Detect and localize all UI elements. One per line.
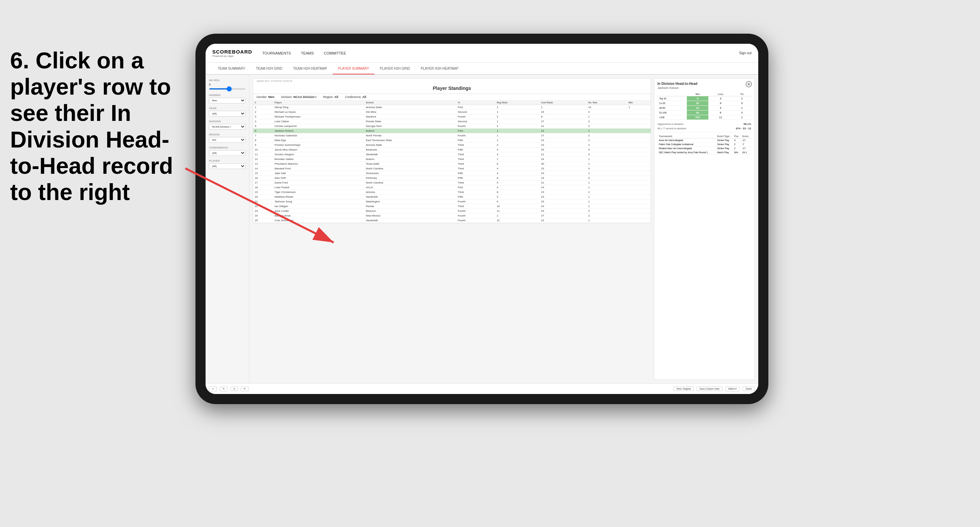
cell-no-rds: 1 xyxy=(587,129,627,133)
h2h-tie: 1 xyxy=(733,106,751,110)
h2h-range: 11-25 xyxy=(657,101,687,106)
table-row[interactable]: 15 Jake Hall Tennessee Fifth 4 24 1 xyxy=(253,171,651,176)
cell-rank: 15 xyxy=(253,171,273,176)
logo-subtitle: Powered by clippi xyxy=(212,54,252,57)
h2h-tie: 1 xyxy=(733,115,751,120)
tab-player-summary[interactable]: PLAYER SUMMARY xyxy=(332,63,374,75)
no-rds-slider[interactable] xyxy=(209,88,246,90)
table-row[interactable]: 16 Alex Goff Kentucky Fifth 8 19 0 xyxy=(253,176,651,181)
division-select[interactable]: NCAA Division I xyxy=(209,124,246,130)
table-row[interactable]: 10 Jacob Mou-Olesen Arkansas Fifth 4 25 … xyxy=(253,148,651,152)
table-row[interactable]: 25 Cole Sherwood Vanderbilt Fourth 12 23… xyxy=(253,218,651,223)
cell-win xyxy=(627,195,651,199)
table-row[interactable]: 24 Bastien Amat New Mexico Fourth 1 27 2 xyxy=(253,213,651,218)
tournament-row: Amer Ari Intercollegiate Stroke Play 4 -… xyxy=(657,138,751,143)
nav-tournaments[interactable]: TOURNAMENTS xyxy=(262,49,291,57)
sidebar-no-rds-label: No Rds. xyxy=(209,79,246,82)
tab-team-summary[interactable]: TEAM SUMMARY xyxy=(212,63,251,75)
table-row[interactable]: 18 Luke Powell UCLA First 4 24 1 xyxy=(253,185,651,190)
panel-title: Player Standings xyxy=(256,86,648,91)
tournament-type: Stroke Play xyxy=(716,146,733,151)
cell-rank: 1 xyxy=(253,105,273,110)
tab-player-h2h-heatmap[interactable]: PLAYER H2H HEATMAP xyxy=(415,63,464,75)
cell-rank: 9 xyxy=(253,143,273,148)
table-row[interactable]: 20 Matthew Riedel Vanderbilt Fifth 4 24 … xyxy=(253,195,651,199)
cell-rank: 8 xyxy=(253,138,273,143)
tab-player-h2h-grid[interactable]: PLAYER H2H GRID xyxy=(374,63,415,75)
filter-region: Region: All xyxy=(323,95,338,98)
cell-conf-rank: 24 xyxy=(539,195,587,199)
table-row[interactable]: 7 Nicholas Gabrelcik North Florida Fourt… xyxy=(253,133,651,138)
redo-button[interactable]: ↻ xyxy=(220,387,228,391)
cell-school: Kentucky xyxy=(364,176,456,181)
cell-conf-rank: 24 xyxy=(539,185,587,190)
gender-select[interactable]: Men Women xyxy=(209,98,246,103)
year-select[interactable]: (All) xyxy=(209,111,246,116)
cell-player: Christo Lamprecht xyxy=(273,124,364,129)
table-row[interactable]: 13 Phichaksn Maichon Texas A&M Third 6 3… xyxy=(253,162,651,166)
share-button[interactable]: Share xyxy=(742,387,755,391)
cell-conf-rank: 24 xyxy=(539,143,587,148)
nav-committee[interactable]: COMMITTEE xyxy=(324,49,346,57)
h2h-range: 51-100 xyxy=(657,110,687,115)
table-row[interactable]: 12 Brendan Valdes Auburn Third 1 24 1 xyxy=(253,157,651,162)
undo-button[interactable]: ↩ xyxy=(209,387,217,391)
sign-out-link[interactable]: Sign out xyxy=(739,51,751,55)
cell-conf-rank: 1 xyxy=(539,105,587,110)
content-area: Update time: 27/03/2024 16:56:26 Player … xyxy=(250,75,758,383)
cell-player: Maxwell Ford xyxy=(273,166,364,171)
cell-no-rds: 0 xyxy=(587,166,627,171)
cell-no-rds: 1 xyxy=(587,218,627,223)
region-select[interactable]: N/a xyxy=(209,137,246,143)
table-row[interactable]: 9 Preston Summerhays Arizona State Third… xyxy=(253,143,651,148)
table-row[interactable]: 17 David Ford North Carolina Third 4 21 … xyxy=(253,181,651,185)
table-row[interactable]: 3 Michael Thorbjornsen Stanford Fourth 2… xyxy=(253,114,651,119)
nav-teams[interactable]: TEAMS xyxy=(301,49,314,57)
h2h-tbody: Top 10 8 3 2 11-25 20 9 5 26-50 22 4 1 5… xyxy=(657,96,751,120)
table-row[interactable]: 23 Jack Lundin Missouri Fourth 11 24 0 xyxy=(253,209,651,213)
table-row[interactable]: 19 Tiger Christensen Arizona Third 8 23 … xyxy=(253,190,651,195)
table-row[interactable]: 21 Taehoon Song Washington Fourth 6 23 1 xyxy=(253,199,651,204)
tab-team-h2h-heatmap[interactable]: TEAM H2H HEATMAP xyxy=(288,63,332,75)
table-row[interactable]: 6 Jackson Koivun Auburn First 1 22 1 xyxy=(253,129,651,133)
table-row[interactable]: 5 Christo Lamprecht Georgia Tech Fourth … xyxy=(253,124,651,129)
sidebar-division-label: Division xyxy=(209,120,246,123)
tournament-score: 18-1 xyxy=(741,151,751,155)
table-row[interactable]: 14 Maxwell Ford North Carolina Third 4 2… xyxy=(253,166,651,171)
table-row[interactable]: 22 Ian Gilligan Florida Third 10 24 1 xyxy=(253,204,651,209)
table-row[interactable]: 11 Gordon Sargent Vanderbilt Third 4 21 … xyxy=(253,152,651,157)
cell-school: Georgia Tech xyxy=(364,124,456,129)
cell-rank: 23 xyxy=(253,209,273,213)
tab-team-h2h-grid[interactable]: TEAM H2H GRID xyxy=(251,63,288,75)
view-original-button[interactable]: View: Original xyxy=(673,387,694,391)
cell-win xyxy=(627,199,651,204)
cell-reg-rank: 1 xyxy=(495,213,539,218)
cell-school: UCLA xyxy=(364,185,456,190)
update-time: Update time: 27/03/2024 16:56:26 xyxy=(253,78,651,83)
cell-yr: Fifth xyxy=(456,138,495,143)
h2h-win: 20 xyxy=(687,101,708,106)
copy-button[interactable]: ⎘ xyxy=(231,387,238,391)
cell-yr: First xyxy=(456,129,495,133)
cell-win xyxy=(627,129,651,133)
cell-school: Vanderbilt xyxy=(364,195,456,199)
player-select[interactable]: (All) xyxy=(209,163,246,169)
cell-yr: Fifth xyxy=(456,176,495,181)
save-custom-button[interactable]: Save Custom View xyxy=(697,387,722,391)
table-container[interactable]: # Player School Yr Reg Rank Conf Rank No… xyxy=(253,100,651,223)
cell-yr: Fourth xyxy=(456,133,495,138)
nav-right: Sign out xyxy=(739,51,751,55)
cell-player: Wenyi Ding xyxy=(273,105,364,110)
conference-select[interactable]: (All) xyxy=(209,150,246,156)
refresh-button[interactable]: ⟳ xyxy=(240,387,249,391)
table-row[interactable]: 2 Michael La Sasso Ole Miss Second 1 19 … xyxy=(253,110,651,114)
cell-rank: 22 xyxy=(253,204,273,209)
filter-conference: Conference: All xyxy=(345,95,366,98)
table-row[interactable]: 1 Wenyi Ding Arizona State First 1 1 14 … xyxy=(253,105,651,110)
table-row[interactable]: 4 Luke Claton Florida State Second 1 27 … xyxy=(253,119,651,124)
table-row[interactable]: 8 Mats Ege East Tennessee State Fifth 1 … xyxy=(253,138,651,143)
cell-school: Auburn xyxy=(364,157,456,162)
h2h-close-button[interactable]: ✕ xyxy=(746,81,752,87)
watch-button[interactable]: Watch ▾ xyxy=(725,387,740,391)
cell-school: Tennessee xyxy=(364,171,456,176)
